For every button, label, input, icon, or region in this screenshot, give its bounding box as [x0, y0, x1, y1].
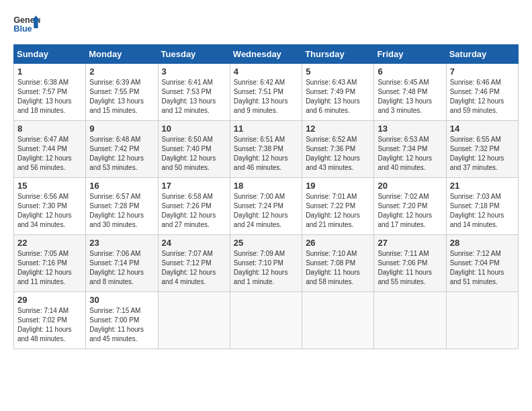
calendar-cell [230, 292, 302, 349]
calendar-cell [374, 292, 446, 349]
calendar-header-row: Sunday Monday Tuesday Wednesday Thursday… [14, 45, 519, 64]
day-info: Sunrise: 6:47 AMSunset: 7:44 PMDaylight:… [17, 135, 82, 173]
day-number: 24 [162, 238, 226, 248]
calendar-cell: 29Sunrise: 7:14 AMSunset: 7:02 PMDayligh… [14, 292, 86, 349]
day-info: Sunrise: 7:02 AMSunset: 7:20 PMDaylight:… [378, 192, 442, 230]
day-info: Sunrise: 6:51 AMSunset: 7:38 PMDaylight:… [234, 135, 298, 173]
day-number: 10 [162, 124, 226, 134]
day-number: 16 [89, 181, 154, 191]
calendar-cell: 17Sunrise: 6:58 AMSunset: 7:26 PMDayligh… [158, 178, 230, 235]
day-number: 3 [162, 66, 226, 77]
calendar-cell: 20Sunrise: 7:02 AMSunset: 7:20 PMDayligh… [374, 178, 446, 235]
calendar-cell: 10Sunrise: 6:50 AMSunset: 7:40 PMDayligh… [158, 121, 230, 178]
col-sunday: Sunday [14, 45, 86, 64]
calendar-cell: 21Sunrise: 7:03 AMSunset: 7:18 PMDayligh… [446, 178, 518, 235]
calendar-cell: 15Sunrise: 6:56 AMSunset: 7:30 PMDayligh… [14, 178, 86, 235]
day-info: Sunrise: 6:50 AMSunset: 7:40 PMDaylight:… [162, 135, 226, 173]
day-info: Sunrise: 6:39 AMSunset: 7:55 PMDaylight:… [89, 78, 154, 116]
day-number: 8 [17, 124, 82, 134]
day-info: Sunrise: 6:38 AMSunset: 7:57 PMDaylight:… [17, 78, 82, 116]
day-number: 27 [378, 238, 442, 248]
calendar-cell: 14Sunrise: 6:55 AMSunset: 7:32 PMDayligh… [446, 121, 518, 178]
calendar-cell: 28Sunrise: 7:12 AMSunset: 7:04 PMDayligh… [446, 235, 518, 292]
day-info: Sunrise: 7:03 AMSunset: 7:18 PMDaylight:… [450, 192, 515, 230]
logo: General Blue [13, 13, 40, 34]
calendar-cell [446, 292, 518, 349]
day-info: Sunrise: 6:43 AMSunset: 7:49 PMDaylight:… [306, 78, 370, 116]
day-number: 12 [306, 124, 370, 134]
calendar-cell: 24Sunrise: 7:07 AMSunset: 7:12 PMDayligh… [158, 235, 230, 292]
day-info: Sunrise: 7:09 AMSunset: 7:10 PMDaylight:… [234, 249, 298, 287]
day-number: 13 [378, 124, 442, 134]
day-number: 1 [17, 66, 82, 77]
calendar-cell: 26Sunrise: 7:10 AMSunset: 7:08 PMDayligh… [302, 235, 374, 292]
day-info: Sunrise: 6:45 AMSunset: 7:48 PMDaylight:… [378, 78, 442, 116]
day-info: Sunrise: 6:55 AMSunset: 7:32 PMDaylight:… [450, 135, 515, 173]
day-number: 22 [17, 238, 82, 248]
day-info: Sunrise: 7:06 AMSunset: 7:14 PMDaylight:… [89, 249, 154, 287]
calendar-cell: 19Sunrise: 7:01 AMSunset: 7:22 PMDayligh… [302, 178, 374, 235]
calendar-cell: 13Sunrise: 6:53 AMSunset: 7:34 PMDayligh… [374, 121, 446, 178]
calendar-week-row: 22Sunrise: 7:05 AMSunset: 7:16 PMDayligh… [14, 235, 519, 292]
day-info: Sunrise: 7:14 AMSunset: 7:02 PMDaylight:… [17, 306, 82, 344]
calendar-week-row: 15Sunrise: 6:56 AMSunset: 7:30 PMDayligh… [14, 178, 519, 235]
calendar-cell: 6Sunrise: 6:45 AMSunset: 7:48 PMDaylight… [374, 64, 446, 121]
day-number: 11 [234, 124, 298, 134]
col-tuesday: Tuesday [158, 45, 230, 64]
day-info: Sunrise: 7:15 AMSunset: 7:00 PMDaylight:… [89, 306, 154, 344]
day-number: 19 [306, 181, 370, 191]
day-info: Sunrise: 6:48 AMSunset: 7:42 PMDaylight:… [89, 135, 154, 173]
day-number: 28 [450, 238, 515, 248]
calendar-cell: 2Sunrise: 6:39 AMSunset: 7:55 PMDaylight… [86, 64, 158, 121]
day-info: Sunrise: 7:05 AMSunset: 7:16 PMDaylight:… [17, 249, 82, 287]
col-friday: Friday [374, 45, 446, 64]
calendar-week-row: 8Sunrise: 6:47 AMSunset: 7:44 PMDaylight… [14, 121, 519, 178]
calendar-body: 1Sunrise: 6:38 AMSunset: 7:57 PMDaylight… [14, 64, 519, 349]
col-monday: Monday [86, 45, 158, 64]
calendar-cell: 5Sunrise: 6:43 AMSunset: 7:49 PMDaylight… [302, 64, 374, 121]
day-info: Sunrise: 6:56 AMSunset: 7:30 PMDaylight:… [17, 192, 82, 230]
calendar-cell [158, 292, 230, 349]
day-info: Sunrise: 6:53 AMSunset: 7:34 PMDaylight:… [378, 135, 442, 173]
day-number: 4 [234, 66, 298, 77]
day-number: 7 [450, 66, 515, 77]
calendar-week-row: 1Sunrise: 6:38 AMSunset: 7:57 PMDaylight… [14, 64, 519, 121]
day-number: 18 [234, 181, 298, 191]
day-number: 21 [450, 181, 515, 191]
calendar-cell: 18Sunrise: 7:00 AMSunset: 7:24 PMDayligh… [230, 178, 302, 235]
calendar-cell: 30Sunrise: 7:15 AMSunset: 7:00 PMDayligh… [86, 292, 158, 349]
calendar-cell: 23Sunrise: 7:06 AMSunset: 7:14 PMDayligh… [86, 235, 158, 292]
day-number: 15 [17, 181, 82, 191]
day-number: 30 [89, 295, 154, 305]
page-header: General Blue [13, 13, 519, 34]
day-info: Sunrise: 6:58 AMSunset: 7:26 PMDaylight:… [162, 192, 226, 230]
day-number: 26 [306, 238, 370, 248]
calendar-cell: 12Sunrise: 6:52 AMSunset: 7:36 PMDayligh… [302, 121, 374, 178]
calendar-cell: 11Sunrise: 6:51 AMSunset: 7:38 PMDayligh… [230, 121, 302, 178]
day-info: Sunrise: 6:42 AMSunset: 7:51 PMDaylight:… [234, 78, 298, 116]
day-number: 2 [89, 66, 154, 77]
calendar-table: Sunday Monday Tuesday Wednesday Thursday… [13, 44, 519, 349]
day-info: Sunrise: 7:00 AMSunset: 7:24 PMDaylight:… [234, 192, 298, 230]
calendar-cell: 7Sunrise: 6:46 AMSunset: 7:46 PMDaylight… [446, 64, 518, 121]
col-wednesday: Wednesday [230, 45, 302, 64]
day-info: Sunrise: 6:57 AMSunset: 7:28 PMDaylight:… [89, 192, 154, 230]
day-number: 6 [378, 66, 442, 77]
day-number: 25 [234, 238, 298, 248]
day-info: Sunrise: 7:10 AMSunset: 7:08 PMDaylight:… [306, 249, 370, 287]
calendar-cell: 22Sunrise: 7:05 AMSunset: 7:16 PMDayligh… [14, 235, 86, 292]
day-info: Sunrise: 7:01 AMSunset: 7:22 PMDaylight:… [306, 192, 370, 230]
day-number: 23 [89, 238, 154, 248]
calendar-cell [302, 292, 374, 349]
day-info: Sunrise: 6:41 AMSunset: 7:53 PMDaylight:… [162, 78, 226, 116]
col-saturday: Saturday [446, 45, 518, 64]
day-info: Sunrise: 6:46 AMSunset: 7:46 PMDaylight:… [450, 78, 515, 116]
day-info: Sunrise: 7:12 AMSunset: 7:04 PMDaylight:… [450, 249, 515, 287]
calendar-cell: 9Sunrise: 6:48 AMSunset: 7:42 PMDaylight… [86, 121, 158, 178]
calendar-week-row: 29Sunrise: 7:14 AMSunset: 7:02 PMDayligh… [14, 292, 519, 349]
calendar-cell: 8Sunrise: 6:47 AMSunset: 7:44 PMDaylight… [14, 121, 86, 178]
calendar-cell: 27Sunrise: 7:11 AMSunset: 7:06 PMDayligh… [374, 235, 446, 292]
day-info: Sunrise: 7:07 AMSunset: 7:12 PMDaylight:… [162, 249, 226, 287]
calendar-cell: 1Sunrise: 6:38 AMSunset: 7:57 PMDaylight… [14, 64, 86, 121]
calendar-cell: 4Sunrise: 6:42 AMSunset: 7:51 PMDaylight… [230, 64, 302, 121]
